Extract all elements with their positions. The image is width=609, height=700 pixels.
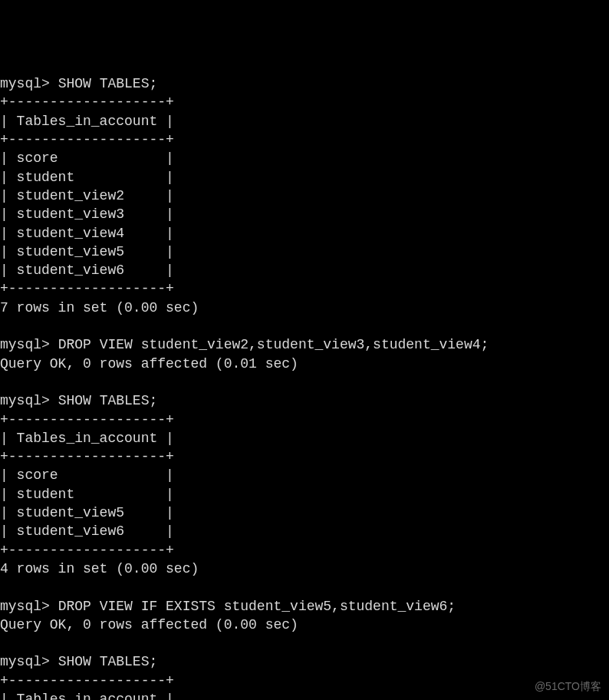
- result-footer: 7 rows in set (0.00 sec): [0, 300, 199, 315]
- table-row: | student_view5 |: [0, 505, 174, 520]
- table-row: | student_view6 |: [0, 523, 174, 539]
- table-row: | student_view2 |: [0, 188, 174, 203]
- command-show-tables-3: SHOW TABLES;: [58, 654, 158, 669]
- watermark: @51CTO博客: [535, 679, 601, 694]
- table-row: | student_view5 |: [0, 244, 174, 259]
- prompt: mysql>: [0, 76, 50, 91]
- table-border: +-------------------+: [0, 281, 174, 296]
- table-row: | score |: [0, 150, 174, 166]
- command-show-tables-2: SHOW TABLES;: [58, 393, 158, 408]
- prompt: mysql>: [0, 393, 50, 408]
- table-row: | student_view6 |: [0, 262, 174, 278]
- table-row: | student_view4 |: [0, 226, 174, 241]
- command-show-tables-1: SHOW TABLES;: [58, 76, 158, 91]
- table-border: +-------------------+: [0, 543, 174, 558]
- table-border: +-------------------+: [0, 449, 174, 464]
- table-header: | Tables_in_account |: [0, 114, 174, 129]
- table-border: +-------------------+: [0, 132, 174, 147]
- command-drop-view-1: DROP VIEW student_view2,student_view3,st…: [58, 337, 489, 352]
- table-border: +-------------------+: [0, 94, 174, 110]
- query-result: Query OK, 0 rows affected (0.00 sec): [0, 617, 298, 632]
- table-header: | Tables_in_account |: [0, 431, 174, 446]
- table-border: +-------------------+: [0, 412, 174, 428]
- query-result: Query OK, 0 rows affected (0.01 sec): [0, 356, 298, 371]
- mysql-terminal[interactable]: mysql> SHOW TABLES; +-------------------…: [0, 74, 609, 700]
- table-header: | Tables_in_account |: [0, 692, 174, 700]
- table-row: | score |: [0, 467, 174, 483]
- result-footer: 4 rows in set (0.00 sec): [0, 561, 199, 576]
- prompt: mysql>: [0, 599, 50, 614]
- prompt: mysql>: [0, 337, 50, 352]
- prompt: mysql>: [0, 654, 50, 669]
- table-row: | student |: [0, 487, 174, 502]
- table-row: | student |: [0, 170, 174, 185]
- table-row: | student_view3 |: [0, 206, 174, 222]
- command-drop-view-2: DROP VIEW IF EXISTS student_view5,studen…: [58, 599, 456, 614]
- table-border: +-------------------+: [0, 673, 174, 688]
